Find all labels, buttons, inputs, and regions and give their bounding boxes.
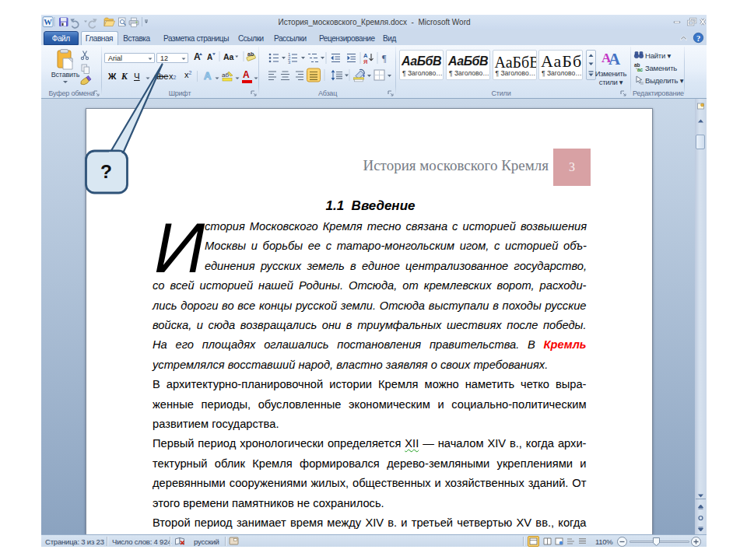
svg-text:Aa: Aa xyxy=(223,52,234,61)
svg-text:Я: Я xyxy=(363,58,367,65)
svg-text:?: ? xyxy=(100,161,112,182)
svg-text:A: A xyxy=(207,53,212,61)
svg-text:¶: ¶ xyxy=(382,53,387,64)
svg-text:W: W xyxy=(44,18,52,26)
svg-text:?: ? xyxy=(696,34,700,43)
svg-text:A: A xyxy=(608,50,621,67)
svg-text:3: 3 xyxy=(288,60,291,65)
svg-text:ab: ab xyxy=(247,51,254,57)
svg-text:A: A xyxy=(194,51,201,62)
